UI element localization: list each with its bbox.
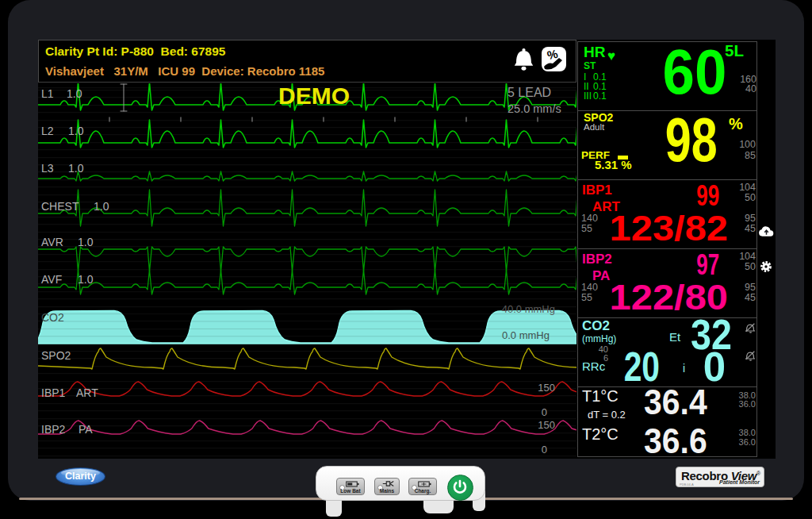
co2-wave-label: CO2 [41,311,64,324]
ibp1-tile[interactable]: IBP1 ART 99 104 50 140 55 123/82 95 45 [577,179,757,249]
alarm-off-icon-2[interactable] [745,350,756,362]
charg-label: Charg. [409,488,436,494]
ibp2-scale-top: 150 [514,419,555,431]
ibp1-wave-label: IBP1ART [41,386,65,399]
hr-lead-indicator: 5L [725,41,744,60]
co2-rr-value: 20 [616,347,668,387]
brand-sub: Patient Monitor [719,479,760,485]
ibp1-value: 123/82 [596,211,741,246]
spo2-limit-low: 85 [724,151,756,161]
low-bat-icon [346,481,360,487]
lead-mode: 5 LEAD [508,86,551,100]
mains-label: Mains [375,488,399,494]
t2-label: T2°C [582,425,619,444]
co2-tile[interactable]: CO2 (mmHg) Et 32 40 6 RRc 20 i 0 [577,317,757,387]
ecg-label-avf: AVF1.0 [41,273,62,286]
charg-icon [418,481,432,487]
ibp2-scale-bottom: 0 [506,444,547,456]
t1-limit-low: 36.0 [724,399,756,409]
ibp1-scale-bottom: 0 [506,406,547,418]
power-button[interactable] [447,475,473,501]
ibp1-limit2-low: 55 [581,224,592,234]
spo2-wave-label: SPO2 [41,349,71,362]
ibp2-wave-label: IBP2PA [41,423,65,436]
spo2-limit-high: 100 [724,140,756,150]
ibp2-value: 122/80 [596,280,741,315]
demo-watermark: DEMO [278,83,350,110]
brand-reg: ® [756,471,760,476]
ibp1-mean: 99 [645,181,719,210]
ecg-label-l2: L21.0 [41,125,54,137]
temp-delta: dT = 0.2 [588,409,626,421]
ecg-label-l3: L31.0 [41,162,54,175]
patient-header: Clarity Pt Id: P-880 Bed: 67895 Vishavje… [38,40,576,83]
co2-i-value: 0 [695,347,734,387]
brand-code: PDB.04.A [680,482,694,486]
mains-icon [381,480,395,487]
power-icon [448,475,472,499]
t2-value: 36.6 [632,424,719,459]
hr-tile[interactable]: HR ♥ ST I0.1 II0.1 III0.1 60 5L 160 40 [577,41,757,111]
ecg-label-chest: CHEST1.0 [41,200,79,213]
t1-value: 36.4 [632,385,719,420]
alarm-bell-icon[interactable] [514,48,534,71]
ibp2-label: IBP2 [582,252,612,267]
low-bat-label: Low Bat [337,488,364,494]
ecg-label-avr: AVR1.0 [41,236,63,248]
waveform-area: CO2 40.0 mmHg 0.0 mmHg DEMO 5 LEAD 25.0 … [38,83,576,459]
ibp2-limit3-low: 45 [724,293,756,303]
cloud-upload-icon[interactable] [758,225,775,237]
co2-scale-top: 40.0 mmHg [476,303,555,315]
t2-limit-low: 36.0 [724,437,756,447]
brand-badge: Recobro View® Patient Monitor PDB.04.A [676,467,764,487]
ibp1-label: IBP1 [582,183,612,198]
co2-i-label: i [683,362,685,375]
heart-icon: ♥ [607,48,615,64]
low-bat-button[interactable]: Low Bat [336,478,365,495]
event-percent-icon[interactable]: % [542,47,566,71]
spo2-unit: % [729,115,743,133]
hr-st-label: ST [584,60,596,71]
temp-tile[interactable]: T1°C 36.4 38.0 36.0 dT = 0.2 T2°C 36.6 3… [577,386,757,457]
patient-id-line: Clarity Pt Id: P-880 Bed: 67895 [45,44,225,59]
ibp1-limit3-low: 45 [724,224,756,234]
ibp2-tile[interactable]: IBP2 PA 97 104 50 140 55 122/80 95 45 [577,248,757,318]
t1-label: T1°C [582,387,619,406]
ecg-label-l1: L11.0 [41,87,54,100]
ibp2-mean: 97 [645,250,719,279]
alarm-off-icon-1[interactable] [745,322,756,334]
co2-rr-label: RRc [582,359,605,373]
hr-limit-low: 40 [725,84,756,94]
sweep-speed: 25.0 mm/s [508,102,561,115]
charg-button[interactable]: Charg. [408,478,437,495]
control-panel: Low Bat Mains Charg. [316,466,485,501]
co2-scale-bottom: 0.0 mmHg [470,329,550,341]
ibp2-limit2-low: 55 [581,293,592,303]
ibp1-limit1-low: 50 [724,193,756,203]
clarity-logo: Clarity [56,467,105,486]
co2-unit: (mmHg) [582,333,616,344]
ibp2-limit1-low: 50 [724,262,756,272]
hr-label: HR [584,44,605,61]
mains-button[interactable]: Mains [374,478,400,495]
ibp1-scale-top: 150 [514,382,555,394]
settings-gear-icon[interactable] [760,260,772,273]
t2-limit-high: 38.0 [724,428,756,437]
spo2-mode: Adult [584,122,604,132]
screen: Clarity Pt Id: P-880 Bed: 67895 Vishavje… [38,40,776,459]
co2-label: CO2 [582,318,610,334]
patient-info-line: Vishavjeet 31Y/M ICU 99 Device: Recobro … [45,64,324,78]
spo2-tile[interactable]: SPO2 Adult PERF 5.31 % 98 % 100 85 [577,110,757,180]
hr-st-3: III0.1 [584,90,607,102]
